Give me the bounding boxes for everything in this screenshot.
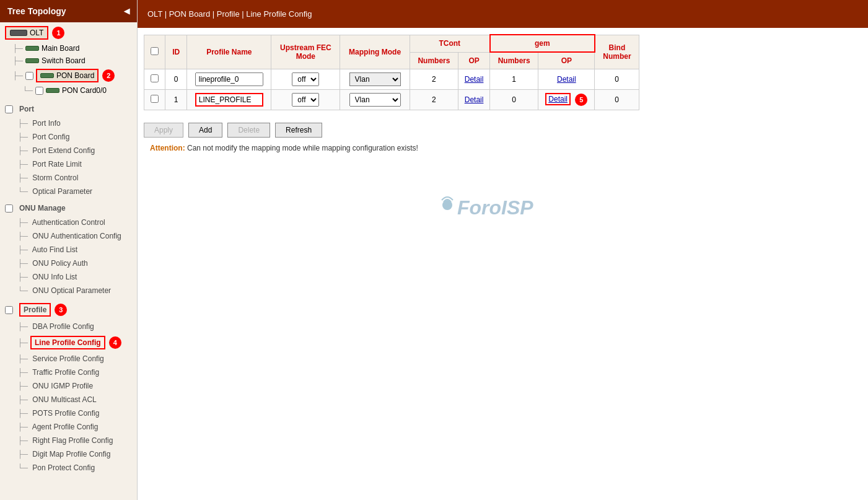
row1-tcont-numbers: 2 [410,90,458,110]
digit-map-profile-config-item[interactable]: ├─ Digit Map Profile Config [0,447,137,461]
tree-node-pon-board[interactable]: ├─ PON Board 2 [0,67,137,84]
port-section-header[interactable]: Port [0,102,137,116]
pon-board-label: PON Board [56,71,94,80]
row1-fec-select[interactable]: off on [292,93,319,107]
row1-checkbox[interactable] [151,95,159,103]
tree-node-main-board[interactable]: ├─ Main Board [0,42,137,55]
th-gem-op: OP [538,52,595,69]
pon-protect-config-item[interactable]: └─ Pon Protect Config [0,461,137,475]
row1-mapping-cell: Vlan GEM Port Priority [340,90,410,110]
onu-manage-section-checkbox[interactable] [5,204,13,213]
add-button[interactable]: Add [188,123,222,138]
optical-parameter-label: Optical Parameter [32,187,92,196]
agent-profile-config-item[interactable]: ├─ Agent Profile Config [0,420,137,434]
pon-board-checkbox[interactable] [25,72,33,80]
row0-checkbox[interactable] [151,74,159,82]
th-tcont-numbers: Numbers [410,52,458,69]
content-area: OLT | PON Board | Profile | Line Profile… [138,0,868,500]
delete-button[interactable]: Delete [227,123,270,138]
tree-node-switch-board[interactable]: ├─ Switch Board [0,55,137,67]
row1-tcont-detail-link[interactable]: Detail [465,95,484,104]
port-section-checkbox[interactable] [5,105,13,113]
row0-mapping-select[interactable]: Vlan GEM Port Priority [349,72,401,86]
port-info-item[interactable]: ├─ Port Info [0,116,137,130]
pon-card-label: PON Card0/0 [62,86,107,95]
row1-gem-numbers: 0 [490,90,538,110]
onu-igmp-profile-item[interactable]: ├─ ONU IGMP Profile [0,379,137,393]
pon-card-checkbox[interactable] [35,87,43,95]
line-profile-config-item[interactable]: ├─ Line Profile Config 4 [0,333,137,352]
line-profile-badge: 4 [109,336,121,349]
row1-profile-name-cell [187,90,271,110]
pots-profile-config-item[interactable]: ├─ POTS Profile Config [0,406,137,420]
row1-id: 1 [165,90,187,110]
th-select-all [144,35,165,69]
profile-section-checkbox[interactable] [5,306,13,314]
th-tcont-op: OP [458,52,490,69]
profile-badge: 3 [55,304,67,316]
storm-control-label: Storm Control [32,173,78,182]
port-rate-limit-item[interactable]: ├─ Port Rate Limit [0,157,137,171]
row1-mapping-select[interactable]: Vlan GEM Port Priority [349,93,401,107]
onu-optical-parameter-item[interactable]: └─ ONU Optical Parameter [0,284,137,297]
olt-label: OLT [30,29,43,37]
port-extend-config-item[interactable]: ├─ Port Extend Config [0,144,137,157]
data-table: ID Profile Name Upstream FECMode Mapping… [144,34,639,110]
onu-auth-config-item[interactable]: ├─ ONU Authentication Config [0,229,137,243]
auto-find-list-item[interactable]: ├─ Auto Find List [0,243,137,257]
onu-multicast-acl-item[interactable]: ├─ ONU Multicast ACL [0,393,137,406]
row0-mapping-cell: Vlan GEM Port Priority [340,69,410,90]
th-gem-numbers: Numbers [490,52,538,69]
svg-text:ForoISP: ForoISP [457,196,533,219]
tree-node-olt[interactable]: OLT 1 [0,22,137,42]
th-upstream-fec-mode: Upstream FECMode [271,35,340,69]
optical-parameter-item[interactable]: └─ Optical Parameter [0,185,137,198]
onu-manage-section-header[interactable]: ONU Manage [0,201,137,216]
switch-board-label: Switch Board [42,56,85,65]
row1-gem-detail-link[interactable]: Detail [545,93,571,105]
row0-gem-op: Detail [538,69,595,90]
apply-button[interactable]: Apply [144,123,183,138]
onu-policy-auth-item[interactable]: ├─ ONU Policy Auth [0,257,137,270]
table-row: 1 off on [144,90,639,110]
right-flag-profile-config-item[interactable]: ├─ Right Flag Profile Config [0,434,137,447]
row0-gem-detail-link[interactable]: Detail [557,75,576,84]
onu-info-list-item[interactable]: ├─ ONU Info List [0,270,137,284]
main-board-label: Main Board [42,44,79,53]
watermark: ForoISP [144,177,862,252]
th-mapping-mode: Mapping Mode [340,35,410,69]
sidebar-collapse-arrow[interactable]: ◀ [124,7,129,15]
port-rate-limit-label: Port Rate Limit [32,160,81,169]
auth-control-item[interactable]: ├─ Authentication Control [0,216,137,229]
tree-node-pon-card[interactable]: └─ PON Card0/0 [0,84,137,97]
sidebar-scroll: OLT 1 ├─ Main Board ├─ Switch Board [0,22,137,475]
dba-profile-config-item[interactable]: ├─ DBA Profile Config [0,320,137,333]
row0-fec-cell: off on [271,69,340,90]
port-config-label: Port Config [32,133,69,141]
row1-gem-op: Detail 5 [538,90,595,110]
main-layout: Tree Topology ◀ OLT 1 ├─ Main Board [0,0,868,500]
row1-checkbox-cell [144,90,165,110]
port-extend-config-label: Port Extend Config [32,146,95,155]
row0-tcont-detail-link[interactable]: Detail [465,75,484,84]
traffic-profile-config-item[interactable]: ├─ Traffic Profile Config [0,366,137,379]
refresh-button[interactable]: Refresh [275,123,322,138]
row1-profile-name-input[interactable] [195,93,263,107]
port-section-label: Port [19,105,34,113]
row0-gem-numbers: 1 [490,69,538,90]
th-gem: gem [490,35,595,52]
select-all-checkbox[interactable] [151,47,159,55]
row0-profile-name-input[interactable] [195,72,263,86]
th-id: ID [165,35,187,69]
row1-bind-number: 0 [595,90,639,110]
storm-control-item[interactable]: ├─ Storm Control [0,171,137,185]
row0-fec-select[interactable]: off on [292,72,319,86]
th-tcont: TCont [410,35,489,52]
profile-section-header[interactable]: Profile 3 [0,300,137,320]
table-row: 0 off on [144,69,639,90]
breadcrumb-text: OLT | PON Board | Profile | Line Profile… [147,9,312,19]
attention-text: Can not modify the mapping mode while ma… [187,144,418,152]
service-profile-config-item[interactable]: ├─ Service Profile Config [0,352,137,366]
port-config-item[interactable]: ├─ Port Config [0,130,137,144]
row0-profile-name-cell [187,69,271,90]
